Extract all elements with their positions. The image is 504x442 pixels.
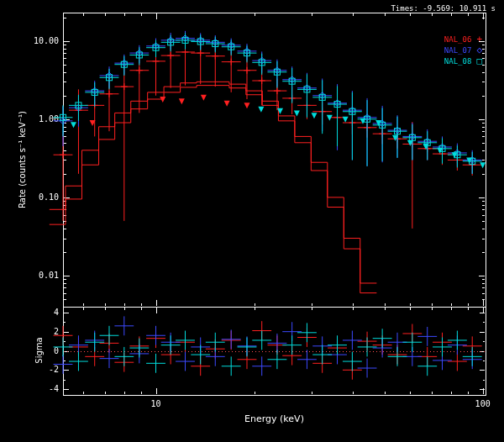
legend-entry: NAL_07 ◇ — [413, 45, 482, 55]
legend-label: NAL_07 — [444, 46, 472, 55]
legend-label: NAL_08 — [444, 57, 472, 66]
spectral-fit-figure: Times: -9.569: 10.911 s NAL_06 + NAL_07 … — [0, 0, 504, 442]
square-marker-icon: □ — [476, 56, 482, 66]
x-axis-label: Energy (keV) — [63, 413, 486, 424]
time-interval-label: Times: -9.569: 10.911 s — [391, 4, 496, 13]
legend-entry: NAL_08 □ — [413, 55, 482, 66]
legend-label: NAL_06 — [444, 35, 472, 44]
plus-marker-icon: + — [476, 34, 482, 44]
y-axis-label-rate: Rate (counts s⁻¹ keV⁻¹) — [18, 111, 27, 208]
legend-entry: NAL_06 + — [413, 34, 482, 45]
y-axis-label-sigma: Sigma — [34, 337, 44, 363]
legend: NAL_06 + NAL_07 ◇ NAL_08 □ — [413, 34, 482, 66]
diamond-marker-icon: ◇ — [476, 45, 482, 55]
